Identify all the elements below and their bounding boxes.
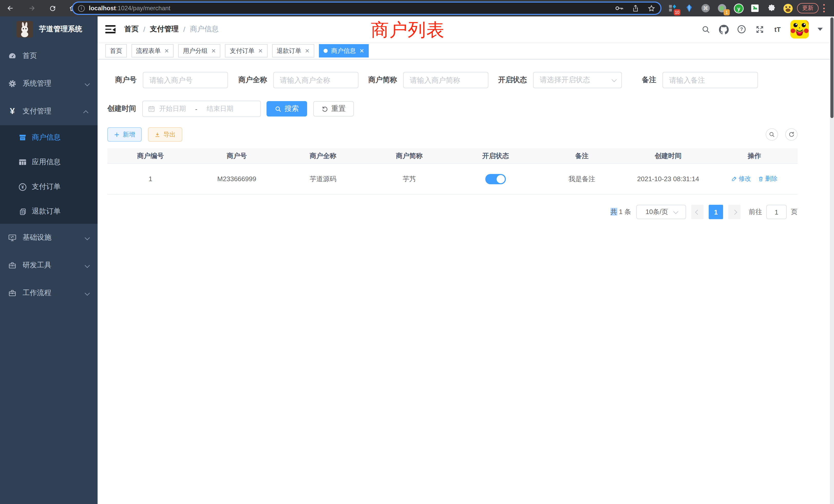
sidebar-item-system[interactable]: 系统管理	[0, 70, 97, 97]
breadcrumb-pay[interactable]: 支付管理	[150, 25, 179, 34]
start-date-placeholder: 开始日期	[159, 104, 186, 113]
breadcrumb-home[interactable]: 首页	[124, 25, 139, 34]
close-icon[interactable]: ✕	[305, 45, 309, 57]
sidebar-item-label: 应用信息	[32, 158, 61, 167]
browser-update-button[interactable]: 更新	[797, 3, 818, 13]
col-header: 创建时间	[625, 151, 711, 160]
goto-page-input[interactable]	[766, 205, 787, 219]
search-icon[interactable]	[701, 24, 711, 35]
command-glyph: ⌘	[701, 4, 710, 13]
share-icon[interactable]	[632, 4, 639, 12]
ext-notes-icon[interactable]	[750, 3, 760, 13]
reset-button[interactable]: 重置	[313, 101, 354, 116]
sidebar-item-infra[interactable]: 基础设施	[0, 224, 97, 251]
tab-merchant-info[interactable]: 商户信息✕	[319, 44, 369, 58]
short-name-input[interactable]	[403, 72, 488, 88]
refresh-icon	[788, 131, 794, 138]
edit-link[interactable]: 修改	[731, 175, 751, 183]
close-icon[interactable]: ✕	[258, 45, 263, 57]
create-time-range-picker[interactable]: 开始日期 - 结束日期	[142, 100, 261, 117]
page-scrollbar[interactable]	[830, 17, 834, 504]
next-page-button[interactable]	[728, 205, 741, 219]
status-select[interactable]: 请选择开启状态	[533, 72, 622, 88]
sidebar-item-app-info[interactable]: 应用信息	[0, 150, 97, 175]
close-icon[interactable]: ✕	[359, 45, 364, 57]
page-number-1[interactable]: 1	[709, 205, 723, 219]
sidebar-item-pay-order[interactable]: ¥ 支付订单	[0, 175, 97, 199]
sidebar-item-label: 支付订单	[32, 182, 61, 191]
fullscreen-icon[interactable]	[754, 24, 765, 35]
sidebar-item-refund-order[interactable]: 退款订单	[0, 199, 97, 224]
full-name-input[interactable]	[273, 72, 358, 88]
url-bar[interactable]: i localhost:1024/pay/merchant	[73, 3, 660, 14]
bookmark-star-icon[interactable]	[648, 4, 655, 12]
delete-link[interactable]: 删除	[758, 175, 777, 183]
avatar[interactable]	[790, 20, 809, 39]
sidebar-item-devtools[interactable]: 研发工具	[0, 251, 97, 279]
table-refresh-button[interactable]	[785, 128, 797, 141]
end-date-placeholder: 结束日期	[207, 104, 234, 113]
browser-back-button[interactable]	[3, 0, 18, 17]
tab-label: 流程表单	[136, 45, 161, 57]
browser-refresh-button[interactable]	[45, 0, 60, 17]
add-button-label: 新增	[123, 130, 135, 139]
merchant-no-input[interactable]	[143, 72, 228, 88]
ext-blocks-icon[interactable]: 10	[667, 3, 678, 13]
plus-icon	[114, 132, 120, 137]
chevron-up-icon	[85, 107, 88, 115]
cell-create-time: 2021-10-23 08:31:14	[625, 175, 711, 183]
sidebar-item-label: 首页	[23, 51, 37, 61]
tab-user-group[interactable]: 用户分组✕	[178, 44, 220, 58]
page-content: 商户号 商户全称 商户简称 开启状态 请选择开启状态 备注 创建时间 开始日期 …	[97, 60, 830, 219]
y-glyph: y	[733, 3, 743, 13]
help-icon[interactable]: ?	[737, 24, 747, 35]
tab-refund-order[interactable]: 退款订单✕	[272, 44, 314, 58]
search-button-label: 搜索	[285, 104, 299, 113]
ext-y-icon[interactable]: y	[733, 3, 744, 13]
close-icon[interactable]: ✕	[211, 45, 216, 57]
filter-label: 商户简称	[368, 75, 403, 85]
add-button[interactable]: 新增	[107, 127, 142, 142]
download-icon	[155, 132, 160, 137]
browser-menu-icon[interactable]	[823, 4, 825, 12]
github-icon[interactable]	[719, 24, 729, 35]
status-toggle[interactable]	[485, 174, 506, 184]
fontsize-icon[interactable]: tT	[772, 24, 783, 35]
remark-input[interactable]	[662, 72, 758, 88]
app-title: 芋道管理系统	[39, 25, 82, 34]
key-icon[interactable]	[615, 6, 623, 11]
app-logo-row[interactable]: 芋道管理系统	[0, 17, 97, 42]
ext-gem-icon[interactable]	[684, 3, 694, 13]
export-button[interactable]: 导出	[148, 127, 182, 142]
chevron-down-icon	[85, 261, 88, 270]
pay-submenu: 商户信息 应用信息 ¥ 支付订单 退款订单	[0, 125, 97, 224]
ext-emoji-icon[interactable]	[783, 3, 793, 13]
search-button[interactable]: 搜索	[266, 101, 307, 116]
sidebar-item-home[interactable]: 首页	[0, 42, 97, 70]
ext-command-icon[interactable]: ⌘	[701, 3, 711, 13]
ext-puzzle-icon[interactable]	[766, 3, 776, 13]
sidebar-item-merchant-info[interactable]: 商户信息	[0, 125, 97, 150]
red-annotation-merchant-list: 商户列表	[371, 18, 445, 42]
cell-actions: 修改 删除	[711, 175, 797, 183]
scrollbar-thumb[interactable]	[830, 18, 833, 118]
goto-page: 前往 页	[749, 205, 797, 219]
site-info-icon[interactable]: i	[78, 5, 85, 12]
table-search-toggle-button[interactable]	[766, 128, 778, 141]
prev-page-button[interactable]	[691, 205, 704, 219]
tab-pay-order[interactable]: 支付订单✕	[225, 44, 267, 58]
caret-down-icon[interactable]	[817, 28, 823, 31]
sidebar: 芋道管理系统 首页 系统管理 ¥ 支付管理 商户信息	[0, 17, 97, 504]
sidebar-item-workflow[interactable]: 工作流程	[0, 279, 97, 307]
col-header: 商户号	[194, 151, 280, 160]
tab-label: 用户分组	[183, 45, 207, 57]
browser-forward-button[interactable]	[25, 0, 39, 17]
close-icon[interactable]: ✕	[164, 45, 169, 57]
sidebar-item-pay[interactable]: ¥ 支付管理	[0, 97, 97, 125]
page-size-select[interactable]: 10条/页	[636, 205, 686, 219]
tab-process-form[interactable]: 流程表单✕	[131, 44, 174, 58]
hamburger-icon[interactable]	[105, 25, 115, 33]
tab-home[interactable]: 首页	[105, 44, 127, 58]
ext-circle-icon[interactable]: 1	[717, 3, 727, 13]
extension-area: 10 ⌘ 1 y	[667, 0, 793, 17]
